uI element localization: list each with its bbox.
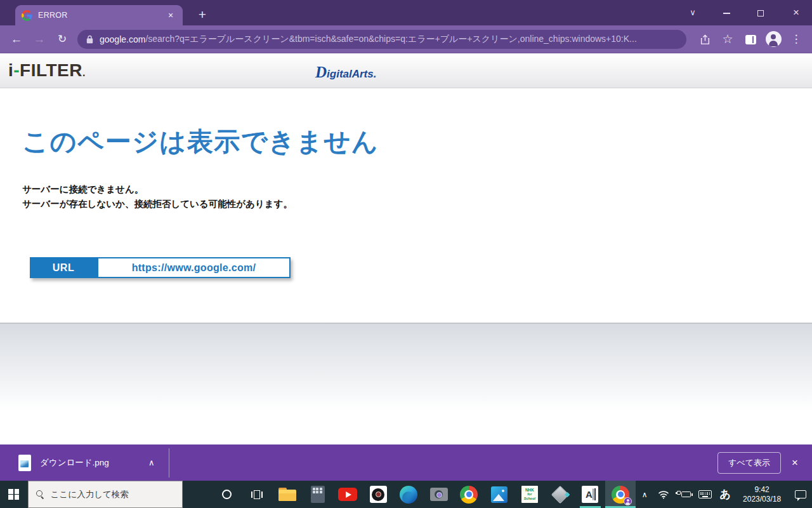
tray-wifi[interactable] (653, 481, 674, 508)
url-host: google.com (100, 34, 145, 44)
minimize-icon (723, 13, 730, 14)
browser-menu-button[interactable]: ⋮ (787, 32, 806, 46)
dictionary-app-icon: A (582, 486, 598, 503)
tray-chevron-up-icon[interactable]: ∧ (636, 481, 653, 508)
tray-ime-indicator[interactable]: あ (716, 481, 735, 508)
wifi-icon (658, 490, 669, 499)
clock-date: 2023/03/18 (743, 495, 781, 504)
page-title: このページは表示できません (22, 124, 379, 159)
cortana-icon (222, 490, 232, 499)
taskbar-item-camera[interactable] (424, 481, 454, 508)
edge-icon (400, 486, 417, 504)
taskbar-item-chrome-active[interactable] (605, 481, 636, 508)
tab-close-icon[interactable]: × (165, 10, 176, 21)
taskbar-item-file-explorer[interactable] (272, 481, 303, 508)
tray-battery[interactable] (674, 481, 694, 508)
tray-touch-keyboard[interactable] (694, 481, 716, 508)
digitalarts-logo-dot: . (374, 68, 377, 80)
task-view-button[interactable] (242, 481, 272, 508)
sushi-app-icon (370, 486, 387, 503)
ifilter-logo-rest: FILTER (20, 60, 82, 80)
forward-button[interactable]: → (28, 32, 51, 46)
side-panel-icon (745, 35, 756, 44)
tab-search-chevron-icon[interactable]: ∨ (680, 0, 705, 25)
ifilter-logo-dot: . (82, 67, 86, 78)
taskbar-item-edge[interactable] (393, 481, 424, 508)
battery-plug-icon (677, 491, 691, 498)
clock-time: 9:42 (754, 485, 769, 495)
page-footer-area (0, 323, 812, 444)
ifilter-logo: i-FILTER. (8, 60, 86, 81)
diamond-app-icon (551, 485, 569, 503)
cortana-button[interactable] (211, 481, 242, 508)
start-button[interactable] (0, 481, 28, 508)
digitalarts-logo-d: D (315, 64, 327, 81)
taskbar-item-chrome[interactable] (454, 481, 485, 508)
calculator-icon (311, 486, 325, 503)
profile-avatar-button[interactable] (764, 31, 783, 47)
taskbar-search-box[interactable] (28, 481, 183, 508)
taskbar-item-sushi-app[interactable] (363, 481, 393, 508)
bookmark-star-button[interactable]: ☆ (718, 32, 737, 46)
url-path: /search?q=エラーブルースクリーン&tbm=isch&safe=on&c… (145, 34, 636, 45)
block-page-content: このページは表示できません サーバーに接続できません。 サーバーが存在しないか、… (0, 89, 812, 323)
file-explorer-icon (278, 488, 296, 501)
system-tray: ∧ あ 9:42 2023/03/18 (636, 481, 812, 508)
taskbar-search-input[interactable] (51, 490, 165, 499)
chrome-profile-badge-icon (624, 497, 632, 505)
taskbar-item-calculator[interactable] (303, 481, 333, 508)
restore-button[interactable] (746, 0, 775, 25)
taskbar-spacer (183, 481, 212, 508)
digitalarts-logo: DigitalArts. (315, 64, 376, 81)
browser-tab-error[interactable]: ERROR × (15, 5, 183, 25)
digitalarts-logo-rest: igitalArts (327, 68, 374, 80)
taskbar-item-diamond-app[interactable] (545, 481, 575, 508)
side-panel-button[interactable] (741, 33, 760, 46)
taskbar-item-nhk-for-school[interactable]: NHK for School (514, 481, 545, 508)
blocked-url-row: URL https://www.google.com/ (30, 257, 291, 278)
screen: ERROR × + ∨ × ← → ↻ google.com/search?q=… (0, 0, 812, 508)
show-all-downloads-button[interactable]: すべて表示 (717, 452, 781, 474)
avatar-icon (766, 31, 782, 47)
lock-icon (86, 35, 93, 44)
chrome-icon (460, 486, 478, 504)
windows-logo-icon (8, 489, 19, 500)
error-message-line1: サーバーに接続できません。 (22, 182, 292, 197)
download-filename[interactable]: ダウンロード.png (40, 457, 109, 469)
nhk-for-school-icon: NHK for School (521, 486, 538, 503)
task-view-icon (251, 490, 263, 499)
download-bar-right: すべて表示 × (717, 452, 812, 474)
downloaded-file-icon (18, 455, 31, 471)
back-button[interactable]: ← (5, 32, 28, 46)
tray-clock[interactable]: 9:42 2023/03/18 (735, 481, 789, 508)
notification-icon (795, 490, 806, 498)
blocked-url-value[interactable]: https://www.google.com/ (97, 257, 291, 278)
share-button[interactable] (695, 33, 714, 46)
download-bar-divider (169, 448, 169, 478)
restore-icon (757, 10, 764, 17)
taskbar-item-dictionary-app[interactable]: A (575, 481, 606, 508)
error-message-line2: サーバーが存在しないか、接続拒否している可能性があります。 (22, 197, 292, 211)
taskbar-item-photos[interactable] (484, 481, 514, 508)
minimize-button[interactable] (712, 0, 741, 25)
reload-button[interactable]: ↻ (51, 32, 74, 46)
windows-taskbar: NHK for School A ∧ あ (0, 481, 812, 508)
window-close-button[interactable]: × (780, 0, 812, 25)
google-favicon-icon (22, 10, 32, 21)
action-center-button[interactable] (789, 481, 812, 508)
ifilter-logo-hyphen: - (13, 60, 20, 80)
download-chevron-up-icon[interactable]: ∧ (143, 458, 160, 467)
share-icon (700, 34, 710, 45)
address-bar[interactable]: google.com/search?q=エラーブルースクリーン&tbm=isch… (77, 30, 686, 49)
url-label: URL (30, 257, 97, 278)
browser-titlebar: ERROR × + ∨ × (0, 0, 812, 25)
toolbar-right-icons: ☆ ⋮ (695, 31, 812, 47)
taskbar-item-youtube[interactable] (332, 481, 363, 508)
camera-icon (430, 488, 448, 501)
new-tab-button[interactable]: + (193, 5, 212, 24)
download-bar-close-icon[interactable]: × (781, 457, 809, 469)
photos-icon (491, 486, 508, 503)
keyboard-icon (698, 490, 712, 498)
download-bar: ダウンロード.png ∧ すべて表示 × (0, 444, 812, 481)
search-icon (36, 490, 44, 498)
